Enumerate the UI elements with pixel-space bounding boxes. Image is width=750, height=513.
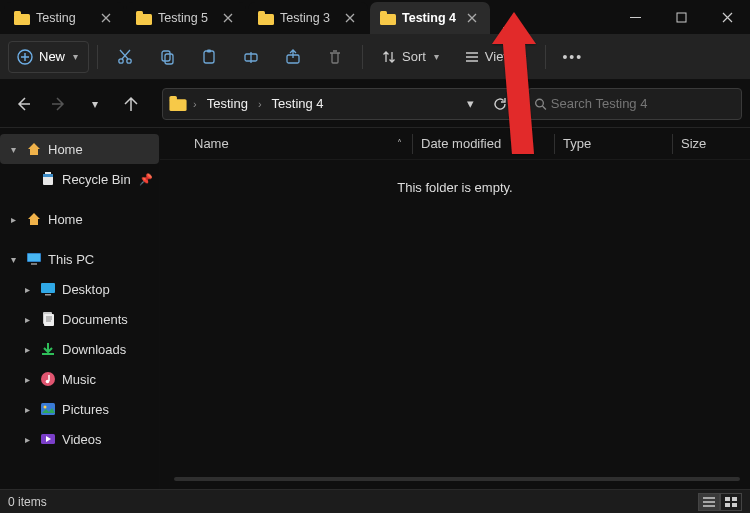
breadcrumb-testing[interactable]: Testing [203,96,252,111]
chevron-right-icon[interactable]: ▸ [20,344,34,355]
sort-label: Sort [402,49,426,64]
svg-rect-13 [165,54,173,64]
search-box[interactable] [527,88,742,120]
copy-button[interactable] [148,41,186,73]
plus-circle-icon [17,49,33,65]
column-headers: Name ˄ Date modified Type Size [160,128,750,160]
address-dropdown[interactable]: ▾ [456,90,484,118]
tab-close-icon[interactable] [98,10,114,26]
tab-close-icon[interactable] [220,10,236,26]
chevron-right-icon[interactable]: ▸ [20,374,34,385]
window-close-button[interactable] [704,0,750,34]
tab-close-icon[interactable] [464,10,480,26]
recent-button[interactable]: ▾ [80,89,110,119]
command-bar: New ▾ Sort ▾ View ▾ ••• [0,34,750,80]
svg-point-11 [127,58,131,62]
grid-icon [725,497,737,507]
breadcrumb-testing-4[interactable]: Testing 4 [268,96,328,111]
navigation-pane[interactable]: ▾ Home · Recycle Bin 📌 ▸ Home ▾ This PC … [0,128,160,489]
rename-button[interactable] [232,41,270,73]
tree-music[interactable]: ▸ Music [0,364,159,394]
tab-testing[interactable]: Testing [4,2,124,34]
tree-this-pc[interactable]: ▾ This PC [0,244,159,274]
tree-home[interactable]: ▾ Home [0,134,159,164]
home-icon [26,211,42,227]
svg-rect-37 [732,497,737,501]
details-view-button[interactable] [698,493,720,511]
sort-icon [382,50,396,64]
svg-rect-5 [258,11,265,16]
refresh-icon [493,97,507,111]
paste-button[interactable] [190,41,228,73]
tab-testing-4[interactable]: Testing 4 [370,2,490,34]
window-maximize-button[interactable] [658,0,704,34]
column-label: Size [681,136,706,151]
back-button[interactable] [8,89,38,119]
up-button[interactable] [116,89,146,119]
view-button[interactable]: View ▾ [454,41,537,73]
nav-row: ▾ › Testing › Testing 4 ▾ [0,80,750,128]
tab-testing-5[interactable]: Testing 5 [126,2,246,34]
tree-recycle-bin[interactable]: · Recycle Bin 📌 [0,164,159,194]
thumbnails-view-button[interactable] [720,493,742,511]
arrow-right-icon [51,96,67,112]
chevron-right-icon[interactable]: ▸ [20,434,34,445]
tab-close-icon[interactable] [342,10,358,26]
tree-home-2[interactable]: ▸ Home [0,204,159,234]
delete-button[interactable] [316,41,354,73]
more-button[interactable]: ••• [554,41,592,73]
chevron-right-icon[interactable]: ▸ [20,284,34,295]
svg-rect-19 [169,96,177,101]
tab-label: Testing 4 [402,11,458,25]
chevron-down-icon[interactable]: ▾ [6,254,20,265]
svg-point-20 [536,99,544,107]
tree-documents[interactable]: ▸ Documents [0,304,159,334]
tab-label: Testing 5 [158,11,214,25]
chevron-right-icon[interactable]: ▸ [20,404,34,415]
new-button[interactable]: New ▾ [8,41,89,73]
chevron-right-icon[interactable]: ▸ [6,214,20,225]
column-name[interactable]: Name ˄ [174,134,412,154]
chevron-right-icon[interactable]: › [191,98,199,110]
column-size[interactable]: Size [672,134,750,154]
refresh-button[interactable] [486,90,514,118]
minimize-icon [630,12,641,23]
address-bar[interactable]: › Testing › Testing 4 ▾ [162,88,521,120]
chevron-right-icon[interactable]: ▸ [20,314,34,325]
cut-icon [117,49,133,65]
new-tab-button[interactable] [492,22,526,34]
rename-icon [243,49,259,65]
chevron-down-icon: ▾ [467,96,474,111]
window-minimize-button[interactable] [612,0,658,34]
svg-point-32 [46,380,50,384]
spacer [0,234,159,244]
tree-desktop[interactable]: ▸ Desktop [0,274,159,304]
svg-rect-12 [162,51,170,61]
svg-rect-7 [380,11,387,16]
folder-icon [258,11,274,25]
tree-label: Pictures [62,402,153,417]
sort-button[interactable]: Sort ▾ [371,41,450,73]
share-button[interactable] [274,41,312,73]
tree-label: Desktop [62,282,153,297]
separator [97,45,98,69]
documents-icon [40,311,56,327]
music-icon [40,371,56,387]
horizontal-scrollbar[interactable] [174,477,740,481]
tree-pictures[interactable]: ▸ Pictures [0,394,159,424]
chevron-down-icon[interactable]: ▾ [6,144,20,155]
tab-label: Testing 3 [280,11,336,25]
tree-downloads[interactable]: ▸ Downloads [0,334,159,364]
tree-videos[interactable]: ▸ Videos [0,424,159,454]
search-input[interactable] [551,96,735,111]
videos-icon [40,431,56,447]
tab-testing-3[interactable]: Testing 3 [248,2,368,34]
forward-button[interactable] [44,89,74,119]
chevron-down-icon: ▾ [521,51,526,62]
chevron-right-icon[interactable]: › [256,98,264,110]
cut-button[interactable] [106,41,144,73]
column-date-modified[interactable]: Date modified [412,134,554,154]
window-controls [612,0,750,34]
tree-label: Home [48,212,153,227]
column-type[interactable]: Type [554,134,672,154]
